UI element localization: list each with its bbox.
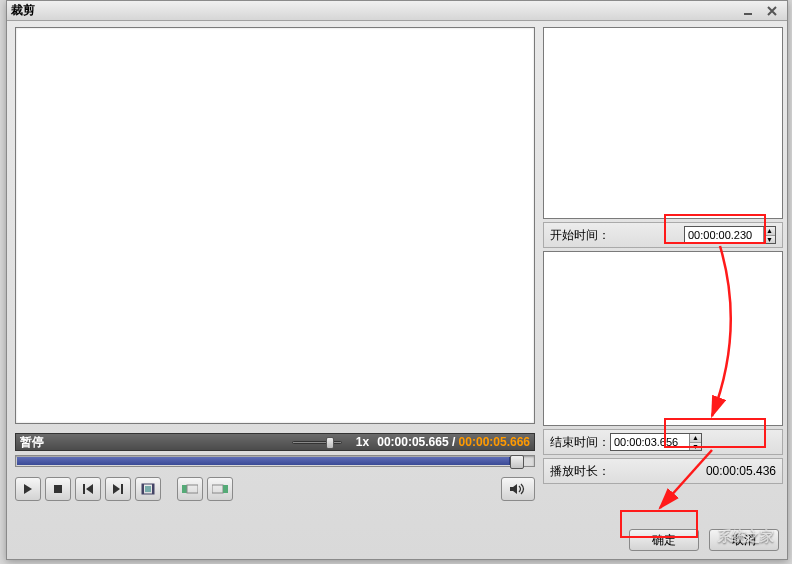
mark-out-button[interactable] <box>207 477 233 501</box>
svg-rect-6 <box>121 484 123 494</box>
start-frame-preview[interactable] <box>543 27 783 219</box>
close-icon <box>766 5 778 17</box>
playback-state-label: 暂停 <box>20 434 44 451</box>
prev-icon <box>82 484 94 494</box>
stop-icon <box>53 484 63 494</box>
time-display: 00:00:05.665 / 00:00:05.666 <box>377 435 530 449</box>
total-time: 00:00:05.666 <box>459 435 530 449</box>
start-time-input[interactable] <box>685 227 763 243</box>
end-time-spinner[interactable]: ▲ ▼ <box>610 433 702 451</box>
right-panel: 开始时间： ▲ ▼ 结束时间： ▲ ▼ <box>543 27 783 549</box>
video-status-bar: 暂停 1x 00:00:05.665 / 00:00:05.666 <box>15 433 535 451</box>
playback-controls <box>15 475 535 503</box>
next-icon <box>112 484 124 494</box>
svg-rect-14 <box>223 485 228 493</box>
start-time-up[interactable]: ▲ <box>764 227 775 236</box>
close-button[interactable] <box>761 4 783 18</box>
end-time-row: 结束时间： ▲ ▼ <box>543 429 783 455</box>
window-title: 裁剪 <box>11 2 35 19</box>
svg-marker-4 <box>86 484 93 494</box>
seek-bar[interactable] <box>15 455 535 467</box>
svg-rect-3 <box>83 484 85 494</box>
start-time-spinner[interactable]: ▲ ▼ <box>684 226 776 244</box>
end-time-up[interactable]: ▲ <box>690 434 701 443</box>
video-preview[interactable] <box>15 27 535 424</box>
svg-rect-12 <box>187 485 198 493</box>
seek-fill <box>17 457 510 465</box>
play-icon <box>23 484 33 494</box>
svg-marker-15 <box>510 484 517 494</box>
seek-handle[interactable] <box>510 455 524 469</box>
film-icon <box>141 483 155 495</box>
start-time-row: 开始时间： ▲ ▼ <box>543 222 783 248</box>
start-time-label: 开始时间： <box>550 227 610 244</box>
duration-row: 播放时长： 00:00:05.436 <box>543 458 783 484</box>
speed-value: 1x <box>356 435 369 449</box>
ok-button[interactable]: 确定 <box>629 529 699 551</box>
next-frame-button[interactable] <box>105 477 131 501</box>
svg-rect-2 <box>54 485 62 493</box>
svg-rect-0 <box>744 13 752 15</box>
svg-rect-9 <box>152 484 154 494</box>
mark-out-icon <box>212 483 228 495</box>
minimize-icon <box>742 5 754 17</box>
svg-marker-5 <box>113 484 120 494</box>
speed-slider[interactable] <box>292 435 342 449</box>
mark-in-button[interactable] <box>177 477 203 501</box>
svg-marker-1 <box>24 484 32 494</box>
prev-frame-button[interactable] <box>75 477 101 501</box>
end-frame-preview[interactable] <box>543 251 783 426</box>
film-button[interactable] <box>135 477 161 501</box>
volume-icon <box>509 483 527 495</box>
current-time: 00:00:05.665 <box>377 435 448 449</box>
start-time-down[interactable]: ▼ <box>764 236 775 244</box>
content-area: 暂停 1x 00:00:05.665 / 00:00:05.666 <box>13 27 781 549</box>
volume-button[interactable] <box>501 477 535 501</box>
duration-value: 00:00:05.436 <box>610 464 776 478</box>
stop-button[interactable] <box>45 477 71 501</box>
end-time-label: 结束时间： <box>550 434 610 451</box>
titlebar[interactable]: 裁剪 <box>7 1 787 21</box>
svg-rect-11 <box>182 485 187 493</box>
watermark: 系统之家 <box>718 528 774 546</box>
svg-rect-8 <box>142 484 144 494</box>
trim-dialog: 裁剪 暂停 1x 00:00:05.665 / 00:00:05.666 <box>6 0 788 560</box>
minimize-button[interactable] <box>737 4 759 18</box>
duration-label: 播放时长： <box>550 463 610 480</box>
svg-rect-13 <box>212 485 223 493</box>
mark-in-icon <box>182 483 198 495</box>
svg-rect-10 <box>145 486 151 492</box>
speed-slider-thumb[interactable] <box>326 437 334 449</box>
play-button[interactable] <box>15 477 41 501</box>
end-time-input[interactable] <box>611 434 689 450</box>
end-time-down[interactable]: ▼ <box>690 443 701 451</box>
